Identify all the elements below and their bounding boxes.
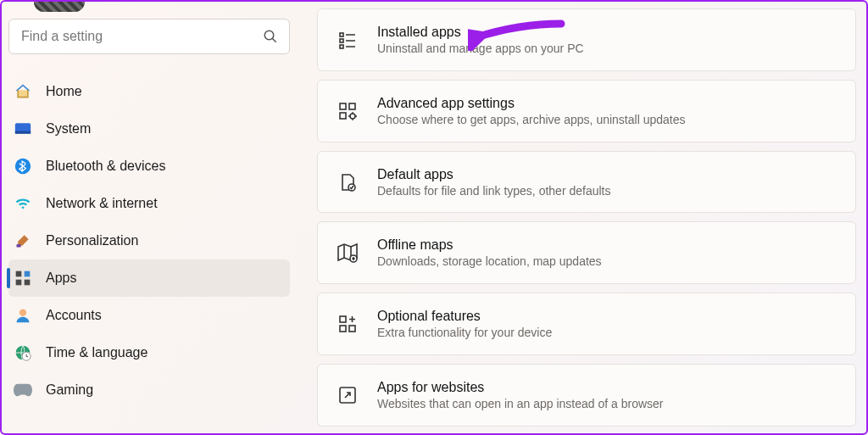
card-title: Offline maps [377, 237, 602, 253]
card-desc: Websites that can open in an app instead… [377, 397, 664, 410]
svg-rect-19 [340, 103, 346, 109]
page-check-icon [337, 171, 359, 193]
card-title: Optional features [377, 309, 552, 324]
system-icon [14, 120, 32, 138]
card-title: Advanced app settings [377, 96, 685, 111]
card-desc: Extra functionality for your device [377, 326, 552, 339]
card-default-apps[interactable]: Default apps Defaults for file and link … [317, 151, 856, 214]
svg-rect-8 [16, 280, 22, 286]
card-desc: Defaults for file and link types, other … [377, 184, 610, 198]
svg-line-1 [272, 38, 276, 42]
svg-point-0 [264, 31, 274, 40]
map-download-icon [337, 242, 359, 264]
grid-plus-icon [337, 313, 359, 335]
sidebar-item-home[interactable]: Home [8, 73, 290, 110]
search-container [8, 19, 290, 54]
svg-rect-7 [25, 271, 31, 277]
sidebar-item-gaming[interactable]: Gaming [8, 371, 290, 409]
card-desc: Downloads, storage location, map updates [377, 254, 602, 268]
svg-rect-15 [340, 39, 343, 42]
sidebar-item-label: Accounts [46, 308, 102, 323]
brush-icon [14, 231, 32, 250]
sidebar-item-system[interactable]: System [8, 110, 290, 148]
card-title: Default apps [377, 167, 610, 182]
main-panel: Installed apps Uninstall and manage apps… [307, 2, 866, 433]
list-icon [337, 29, 359, 51]
home-icon [14, 82, 32, 101]
svg-rect-3 [15, 131, 31, 134]
sidebar-item-label: Personalization [46, 233, 138, 248]
svg-rect-21 [340, 113, 346, 119]
sidebar-item-accounts[interactable]: Accounts [8, 297, 290, 334]
avatar [34, 2, 85, 12]
sidebar-item-label: Gaming [46, 382, 93, 398]
sidebar-item-apps[interactable]: Apps [8, 259, 290, 297]
sidebar-item-network[interactable]: Network & internet [8, 185, 290, 222]
svg-point-22 [350, 114, 355, 119]
svg-rect-9 [25, 280, 31, 286]
card-optional-features[interactable]: Optional features Extra functionality fo… [317, 293, 856, 355]
sidebar-item-label: Bluetooth & devices [46, 159, 165, 174]
svg-rect-27 [349, 326, 355, 332]
svg-rect-26 [340, 326, 346, 332]
sidebar-item-personalization[interactable]: Personalization [8, 222, 290, 259]
person-icon [14, 306, 32, 325]
sidebar: Home System Bluetooth & devices Network … [2, 2, 307, 433]
card-apps-for-websites[interactable]: Apps for websites Websites that can open… [317, 364, 856, 427]
sidebar-item-label: Network & internet [46, 196, 158, 211]
sidebar-item-bluetooth[interactable]: Bluetooth & devices [8, 148, 290, 185]
gamepad-icon [14, 381, 32, 399]
card-title: Installed apps [377, 25, 584, 40]
nav-list: Home System Bluetooth & devices Network … [8, 73, 290, 409]
svg-rect-25 [340, 316, 346, 322]
svg-rect-20 [349, 103, 355, 109]
bluetooth-icon [14, 157, 32, 176]
search-icon [263, 29, 278, 44]
sidebar-item-label: Time & language [46, 345, 147, 360]
svg-point-10 [19, 310, 26, 316]
svg-rect-5 [17, 244, 21, 247]
card-desc: Choose where to get apps, archive apps, … [377, 113, 685, 126]
svg-rect-17 [340, 45, 343, 48]
search-input[interactable] [8, 19, 290, 54]
open-link-icon [337, 384, 359, 406]
card-desc: Uninstall and manage apps on your PC [377, 42, 584, 55]
svg-rect-13 [340, 33, 343, 36]
wifi-icon [14, 194, 32, 213]
grid-gear-icon [337, 100, 359, 122]
sidebar-item-label: Home [46, 84, 82, 99]
globe-clock-icon [14, 343, 32, 362]
sidebar-item-time-language[interactable]: Time & language [8, 334, 290, 371]
card-advanced-app-settings[interactable]: Advanced app settings Choose where to ge… [317, 80, 856, 142]
card-installed-apps[interactable]: Installed apps Uninstall and manage apps… [317, 8, 856, 71]
apps-icon [14, 269, 32, 287]
sidebar-item-label: Apps [46, 270, 76, 286]
svg-rect-6 [16, 271, 22, 277]
card-offline-maps[interactable]: Offline maps Downloads, storage location… [317, 221, 856, 284]
card-title: Apps for websites [377, 380, 664, 395]
sidebar-item-label: System [46, 121, 91, 137]
